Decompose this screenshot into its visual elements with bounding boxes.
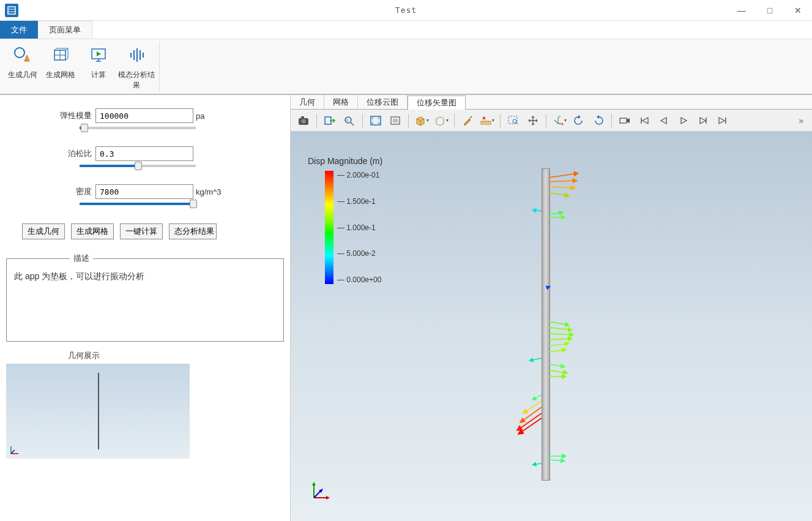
select-zoom-icon[interactable]	[504, 112, 523, 129]
sphere-cone-icon	[13, 45, 32, 65]
density-slider[interactable]	[80, 203, 196, 205]
maximize-button[interactable]: □	[756, 0, 784, 21]
field-elastic-modulus: 弹性模量 pa	[6, 108, 284, 123]
menu-file[interactable]: 文件	[0, 21, 38, 39]
svg-rect-41	[481, 121, 491, 124]
play-icon[interactable]	[674, 112, 693, 129]
workspace: 弹性模量 pa 泊松比 密度 kg/m^3	[0, 94, 812, 521]
camera-icon[interactable]	[294, 112, 313, 129]
svg-rect-56	[620, 118, 627, 123]
tab-disp-cloud[interactable]: 位移云图	[358, 95, 408, 109]
ruler-x-icon[interactable]: ▾	[478, 112, 496, 129]
action-buttons: 生成几何 生成网格 一键计算 态分析结果	[6, 223, 284, 239]
density-input[interactable]	[95, 184, 193, 199]
svg-line-85	[520, 407, 542, 422]
svg-line-75	[549, 328, 572, 330]
pan-icon[interactable]	[524, 112, 542, 129]
svg-marker-62	[700, 118, 706, 124]
view-toolbar: ▾ ▾ ▾ zx▾ »	[291, 110, 812, 132]
first-frame-icon[interactable]	[635, 112, 654, 129]
svg-line-78	[549, 343, 569, 346]
poisson-slider[interactable]	[80, 165, 196, 167]
ribbon-gen-mesh[interactable]: 生成网格	[42, 42, 80, 91]
play-monitor-icon	[89, 45, 108, 65]
cube-light-icon[interactable]: ▾	[432, 112, 450, 129]
colorbar	[325, 171, 333, 284]
viewport-3d[interactable]: Disp Magnitude (m) 2.000e-01 1.500e-1 1.…	[291, 132, 812, 521]
svg-text:x: x	[562, 122, 564, 126]
next-frame-icon[interactable]	[694, 112, 712, 129]
svg-marker-93	[312, 482, 316, 485]
poisson-input[interactable]	[95, 146, 193, 161]
main-view: 几何 网格 位移云图 位移矢量图 ▾ ▾ ▾ zx▾	[291, 95, 812, 521]
svg-line-51	[554, 120, 558, 124]
brush-icon[interactable]	[458, 112, 477, 129]
ribbon-modal-results[interactable]: 模态分析结果	[117, 42, 155, 91]
minimize-button[interactable]: —	[728, 0, 756, 21]
last-frame-icon[interactable]	[713, 112, 732, 129]
svg-marker-59	[643, 118, 648, 124]
titlebar: Test — □ ✕	[0, 0, 812, 21]
elastic-modulus-label: 弹性模量	[55, 110, 92, 121]
app-icon	[5, 4, 18, 17]
axis-xyz-icon[interactable]: zx▾	[550, 112, 568, 129]
zoom-lightning-icon[interactable]	[340, 112, 359, 129]
tab-disp-vector[interactable]: 位移矢量图	[408, 96, 466, 110]
toolbar-overflow[interactable]: »	[794, 116, 808, 126]
fit-view-icon[interactable]	[367, 112, 385, 129]
ribbon-compute-label: 计算	[91, 70, 106, 80]
svg-line-67	[549, 181, 577, 182]
prev-frame-icon[interactable]	[655, 112, 673, 129]
svg-line-69	[549, 193, 569, 196]
axis-triad-icon	[10, 445, 20, 455]
tab-geometry[interactable]: 几何	[291, 95, 324, 109]
geom-preview-viewport[interactable]	[6, 364, 190, 459]
svg-line-86	[517, 413, 542, 430]
svg-line-88	[532, 395, 542, 400]
svg-marker-4	[24, 55, 29, 61]
menu-page[interactable]: 页面菜单	[38, 21, 92, 39]
elastic-modulus-input[interactable]	[95, 108, 193, 123]
svg-text:z: z	[559, 115, 561, 118]
ribbon-compute[interactable]: 计算	[80, 42, 117, 91]
export-icon[interactable]	[321, 112, 339, 129]
svg-rect-33	[393, 119, 398, 122]
svg-line-90	[549, 460, 565, 461]
svg-line-81	[549, 364, 565, 367]
one-click-compute-button[interactable]: 一键计算	[120, 223, 163, 239]
record-icon[interactable]	[616, 112, 634, 129]
tab-mesh[interactable]: 网格	[324, 95, 358, 109]
signal-icon	[127, 45, 146, 65]
geom-preview-group: 几何展示	[6, 350, 284, 459]
gen-mesh-button[interactable]: 生成网格	[71, 223, 114, 239]
box-icon[interactable]	[386, 112, 404, 129]
svg-line-91	[532, 463, 542, 465]
close-button[interactable]: ✕	[784, 0, 812, 21]
ribbon-gen-geom[interactable]: 生成几何	[4, 42, 42, 91]
poisson-label: 泊松比	[55, 148, 92, 159]
legend-title: Disp Magnitude (m)	[308, 156, 382, 166]
elastic-modulus-slider[interactable]	[80, 127, 196, 129]
svg-line-87	[518, 418, 542, 434]
rotate-ccw-icon[interactable]	[570, 112, 588, 129]
window-controls: — □ ✕	[728, 0, 812, 21]
rotate-cw-icon[interactable]	[589, 112, 608, 129]
svg-point-29	[345, 117, 351, 123]
view-tabs: 几何 网格 位移云图 位移矢量图	[291, 95, 812, 110]
tick-3: 5.000e-2	[337, 249, 381, 258]
field-density: 密度 kg/m^3	[6, 184, 284, 199]
description-group: 描述 此 app 为垫板，可以进行振动分析	[6, 253, 284, 342]
ribbon-group: 生成几何 生成网格 计算 模态分析结果	[0, 42, 160, 91]
description-text: 此 app 为垫板，可以进行振动分析	[12, 269, 278, 336]
svg-line-80	[529, 358, 542, 361]
ribbon-modal-label: 模态分析结果	[117, 70, 155, 91]
cube-shaded-icon[interactable]: ▾	[412, 112, 431, 129]
svg-line-79	[549, 350, 566, 352]
svg-line-30	[351, 122, 354, 126]
density-label: 密度	[55, 186, 92, 197]
svg-marker-61	[681, 118, 687, 124]
svg-rect-0	[8, 7, 15, 14]
modal-results-button[interactable]: 态分析结果	[169, 223, 217, 239]
tick-0: 2.000e-01	[337, 171, 381, 179]
gen-geom-button[interactable]: 生成几何	[22, 223, 65, 239]
